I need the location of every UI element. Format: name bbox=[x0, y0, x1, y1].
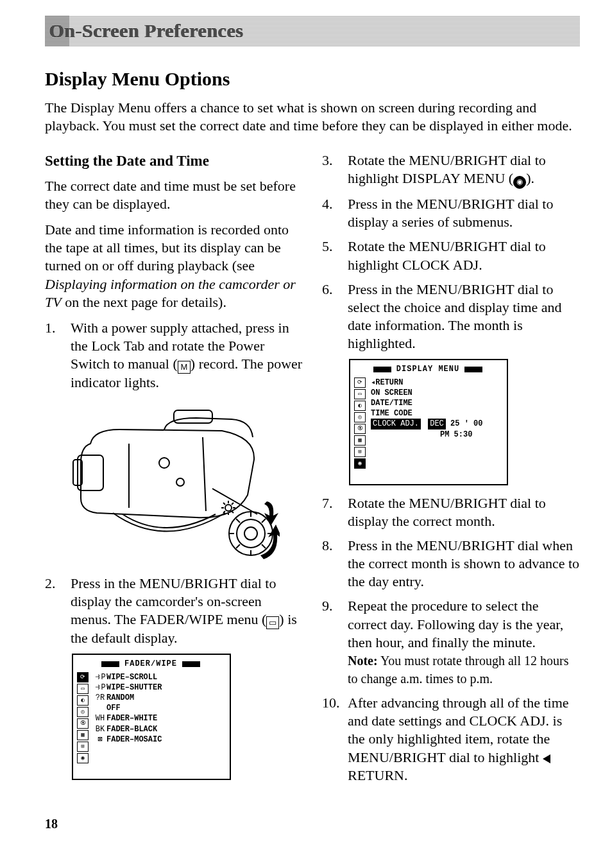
display-menu-screen: DISPLAY MENU ⟳ ▭ ◐ ◎ ⦿ ▦ ⊞ ◉ bbox=[349, 359, 508, 485]
step-number: 4. bbox=[322, 195, 348, 231]
step-number: 7. bbox=[322, 494, 348, 530]
menu-item-timecode: TIME CODE bbox=[371, 408, 502, 419]
header-bar-left bbox=[101, 661, 119, 667]
return-arrow-icon bbox=[543, 754, 550, 763]
svg-line-14 bbox=[236, 544, 240, 548]
subsection-heading: Setting the Date and Time bbox=[45, 152, 303, 170]
step-body: Press in the MENU/BRIGHT dial to display… bbox=[71, 575, 303, 648]
step-number: 10. bbox=[322, 694, 348, 785]
menu-header: FADER/WIPE bbox=[77, 659, 225, 669]
menu-item-time: PM 5:30 bbox=[371, 430, 502, 440]
menu-item: ⥽PWIPE–SCROLL bbox=[94, 672, 225, 682]
step-4: 4. Press in the MENU/BRIGHT dial to disp… bbox=[322, 195, 580, 231]
menu-header: DISPLAY MENU bbox=[354, 364, 502, 374]
menu-items: ◂RETURN ON SCREEN DATE/TIME TIME CODE CL… bbox=[367, 378, 502, 469]
menu-title: FADER/WIPE bbox=[124, 659, 177, 668]
strip-icon: ◎ bbox=[354, 412, 366, 422]
banner-title: On-Screen Preferences bbox=[49, 20, 243, 42]
strip-icon: ◉ bbox=[77, 753, 89, 763]
svg-line-15 bbox=[262, 519, 266, 523]
step-body: Rotate the MENU/BRIGHT dial to display t… bbox=[348, 494, 580, 530]
menu-icon-strip: ⟳ ▭ ◐ ◎ ⦿ ▦ ⊞ ◉ bbox=[354, 378, 367, 469]
step-body: Repeat the procedure to select the corre… bbox=[348, 597, 580, 688]
right-column: 3. Rotate the MENU/BRIGHT dial to highli… bbox=[322, 152, 580, 791]
header-bar-left bbox=[373, 367, 391, 372]
clock-adj-highlight: CLOCK ADJ. bbox=[371, 419, 421, 429]
svg-point-6 bbox=[237, 519, 265, 548]
svg-line-21 bbox=[223, 503, 225, 505]
section-banner: On-Screen Preferences bbox=[45, 15, 580, 46]
strip-icon: ◉ bbox=[354, 458, 366, 469]
step-body: Press in the MENU/BRIGHT dial to select … bbox=[348, 281, 580, 353]
strip-icon: ⊞ bbox=[354, 447, 366, 457]
step-7: 7. Rotate the MENU/BRIGHT dial to displa… bbox=[322, 494, 580, 530]
menu-title: DISPLAY MENU bbox=[396, 365, 459, 374]
left-para-2b: on the next page for details). bbox=[65, 294, 226, 310]
svg-point-3 bbox=[159, 458, 169, 468]
strip-icon: ⟳ bbox=[77, 672, 89, 682]
note-label: Note: bbox=[348, 654, 378, 668]
strip-icon: ⟳ bbox=[354, 378, 366, 388]
strip-icon: ◎ bbox=[77, 707, 89, 717]
step-9: 9. Repeat the procedure to select the co… bbox=[322, 597, 580, 688]
step-6: 6. Press in the MENU/BRIGHT dial to sele… bbox=[322, 281, 580, 353]
menu-item: WHFADER–WHITE bbox=[94, 713, 225, 724]
svg-point-4 bbox=[176, 478, 184, 486]
step-body: Rotate the MENU/BRIGHT dial to highlight… bbox=[348, 152, 580, 189]
header-bar-right bbox=[464, 367, 482, 372]
step-number: 3. bbox=[322, 152, 348, 189]
page-title: Display Menu Options bbox=[45, 68, 580, 90]
menu-item: ?RRANDOM bbox=[94, 693, 225, 703]
display-menu-icon: ◉ bbox=[513, 176, 526, 189]
header-bar-right bbox=[182, 661, 200, 667]
svg-rect-2 bbox=[174, 410, 212, 423]
menu-item: ⥽PWIPE–SHUTTER bbox=[94, 682, 225, 693]
strip-icon: ◐ bbox=[77, 695, 89, 706]
step-5: 5. Rotate the MENU/BRIGHT dial to highli… bbox=[322, 238, 580, 273]
step-number: 2. bbox=[45, 575, 71, 648]
step-number: 5. bbox=[322, 238, 348, 273]
step-number: 8. bbox=[322, 537, 348, 591]
menu-item-return: ◂RETURN bbox=[371, 378, 502, 388]
svg-line-24 bbox=[232, 503, 234, 505]
step-10: 10. After advancing through all of the t… bbox=[322, 694, 580, 785]
fader-wipe-icon: ▭ bbox=[266, 616, 279, 629]
fader-wipe-menu-screen: FADER/WIPE ⟳ ▭ ◐ ◎ ⦿ ▦ ⊞ ◉ ⥽PW bbox=[72, 654, 231, 779]
left-para-2: Date and time information is recorded on… bbox=[45, 221, 303, 311]
strip-icon: ▭ bbox=[77, 684, 89, 694]
strip-icon: ⦿ bbox=[77, 718, 89, 729]
menu-item: BKFADER–BLACK bbox=[94, 724, 225, 734]
step-number: 1. bbox=[45, 319, 71, 392]
menu-item: OFF bbox=[94, 703, 225, 713]
svg-point-5 bbox=[229, 512, 273, 555]
strip-icon: ▦ bbox=[354, 435, 366, 446]
page-number: 18 bbox=[45, 817, 580, 831]
strip-icon: ⊞ bbox=[77, 742, 89, 752]
svg-point-16 bbox=[225, 505, 232, 511]
intro-paragraph: The Display Menu offers a chance to set … bbox=[45, 99, 580, 135]
svg-point-7 bbox=[244, 527, 257, 540]
svg-line-22 bbox=[232, 511, 234, 513]
step-body: Press in the MENU/BRIGHT dial to display… bbox=[348, 195, 580, 231]
left-para-1: The correct date and time must be set be… bbox=[45, 177, 303, 213]
menu-item-datetime: DATE/TIME bbox=[371, 398, 502, 408]
step-body: With a power supply attached, press in t… bbox=[71, 319, 303, 392]
left-para-2a: Date and time information is recorded on… bbox=[45, 221, 289, 273]
step-number: 9. bbox=[322, 597, 348, 688]
strip-icon: ⦿ bbox=[354, 424, 366, 434]
strip-icon: ▭ bbox=[354, 389, 366, 399]
step-body: Press in the MENU/BRIGHT dial when the c… bbox=[348, 537, 580, 591]
strip-icon: ◐ bbox=[354, 401, 366, 411]
svg-line-13 bbox=[262, 544, 266, 548]
strip-icon: ▦ bbox=[77, 730, 89, 740]
step-body: After advancing through all of the time … bbox=[348, 694, 580, 785]
svg-line-12 bbox=[236, 519, 240, 523]
step-body: Rotate the MENU/BRIGHT dial to highlight… bbox=[348, 238, 580, 273]
step-1: 1. With a power supply attached, press i… bbox=[45, 319, 303, 392]
step-number: 6. bbox=[322, 281, 348, 353]
step-8: 8. Press in the MENU/BRIGHT dial when th… bbox=[322, 537, 580, 591]
step-3: 3. Rotate the MENU/BRIGHT dial to highli… bbox=[322, 152, 580, 189]
left-column: Setting the Date and Time The correct da… bbox=[45, 152, 303, 791]
manual-mode-icon: M bbox=[178, 361, 191, 374]
menu-item-onscreen: ON SCREEN bbox=[371, 388, 502, 398]
